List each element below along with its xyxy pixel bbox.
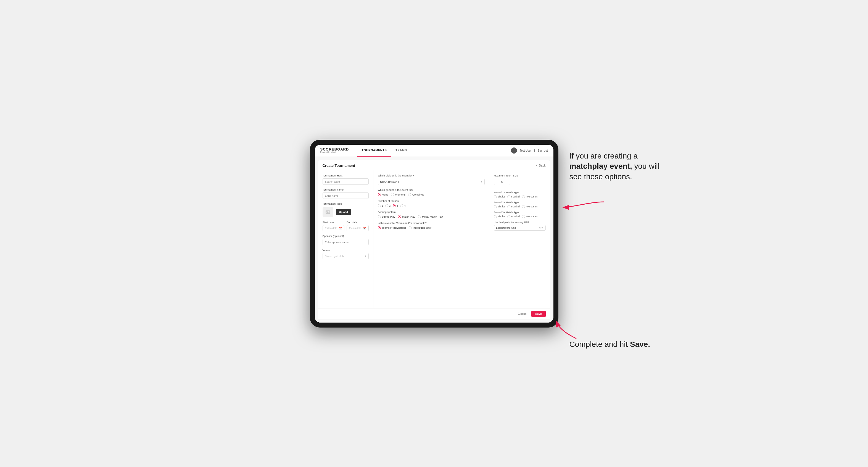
- teams-group: Is this event for Teams and/or Individua…: [378, 221, 485, 229]
- scoring-stroke[interactable]: Stroke Play: [378, 215, 396, 218]
- form-header: Create Tournament ‹ Back: [318, 160, 550, 170]
- tournament-name-input[interactable]: [322, 192, 369, 199]
- radio-r1-fourball: [507, 195, 510, 198]
- round1-singles[interactable]: Singles: [494, 195, 505, 198]
- round2-fourball[interactable]: Fourball: [507, 205, 520, 208]
- tablet-screen: SCOREBOARD Powered by clippit TOURNAMENT…: [315, 145, 553, 322]
- max-size-group: Maximum Team Size: [494, 174, 546, 188]
- tab-teams[interactable]: TEAMS: [391, 145, 411, 157]
- col-left: Tournament Host Tournament name Tourname…: [318, 170, 373, 308]
- col-middle: Which division is the event for? NCAA Di…: [373, 170, 489, 308]
- third-party-value: Leaderboard King: [496, 226, 516, 229]
- scoring-group: Scoring system Stroke Play Match Play: [378, 211, 485, 218]
- individuals-option[interactable]: Individuals Only: [409, 226, 431, 229]
- round2-foursomes[interactable]: Foursomes: [522, 205, 538, 208]
- logo-text: SCOREBOARD: [320, 148, 349, 151]
- scoring-radio-group: Stroke Play Match Play Medal Match Play: [378, 215, 485, 218]
- round3-foursomes[interactable]: Foursomes: [522, 215, 538, 218]
- tournament-host-label: Tournament Host: [322, 174, 369, 177]
- calendar-icon: 📅: [339, 227, 342, 229]
- radio-womens-circle: [391, 193, 394, 196]
- chevron-left-icon: ‹: [536, 164, 537, 167]
- radio-stroke-circle: [378, 215, 381, 218]
- third-party-input[interactable]: Leaderboard King ✕ ▾: [494, 225, 546, 230]
- user-name: Test User: [520, 149, 531, 152]
- round-4[interactable]: 4: [400, 204, 405, 207]
- end-date-label: End date: [347, 221, 369, 224]
- tournament-name-group: Tournament name: [322, 188, 369, 199]
- gender-radio-group: Mens Womens Combined: [378, 193, 485, 196]
- round-3[interactable]: 3: [393, 204, 398, 207]
- gender-label: Which gender is the event for?: [378, 188, 485, 191]
- app-header: SCOREBOARD Powered by clippit TOURNAMENT…: [315, 145, 553, 157]
- radio-r2-fourball: [507, 205, 510, 208]
- separator: |: [534, 149, 535, 152]
- header-right: Test User | Sign out: [511, 148, 548, 154]
- radio-r3-foursomes: [522, 215, 525, 218]
- round3-fourball[interactable]: Fourball: [507, 215, 520, 218]
- gender-womens[interactable]: Womens: [391, 193, 405, 196]
- arrow-save: [554, 319, 582, 341]
- round3-singles[interactable]: Singles: [494, 215, 505, 218]
- upload-button[interactable]: Upload: [336, 209, 351, 215]
- annotation-right: If you are creating a matchplay event, y…: [569, 151, 663, 182]
- round1-foursomes[interactable]: Foursomes: [522, 195, 538, 198]
- round1-match-section: Round 1 - Match Type Singles Fourball: [494, 191, 546, 198]
- gender-combined[interactable]: Combined: [408, 193, 424, 196]
- max-size-label: Maximum Team Size: [494, 174, 546, 177]
- end-date-input[interactable]: Pick a date 📅: [347, 225, 369, 231]
- annotation-bottom: Complete and hit Save.: [569, 339, 663, 350]
- radio-individuals-circle: [409, 226, 412, 229]
- tag-close-icon[interactable]: ✕ ▾: [539, 226, 543, 229]
- form-body: Tournament Host Tournament name Tourname…: [318, 170, 550, 308]
- scoring-medal[interactable]: Medal Match Play: [418, 215, 443, 218]
- radio-r3-circle: [393, 204, 396, 207]
- calendar-icon-end: 📅: [363, 227, 366, 229]
- radio-r2-singles: [494, 205, 497, 208]
- save-button[interactable]: Save: [531, 311, 546, 317]
- form-title: Create Tournament: [322, 163, 355, 168]
- teams-option[interactable]: Teams (+Individuals): [378, 226, 406, 229]
- round1-match-options: Singles Fourball Foursomes: [494, 195, 546, 198]
- rounds-group: Number of rounds 1 2: [378, 199, 485, 207]
- round-2[interactable]: 2: [385, 204, 391, 207]
- sign-out-link[interactable]: Sign out: [538, 149, 548, 152]
- main-content: Create Tournament ‹ Back Tournament Host: [315, 157, 553, 322]
- tournament-host-input[interactable]: [322, 178, 369, 185]
- round2-singles[interactable]: Singles: [494, 205, 505, 208]
- division-group: Which division is the event for? NCAA Di…: [378, 174, 485, 185]
- round1-fourball[interactable]: Fourball: [507, 195, 520, 198]
- sponsor-group: Sponsor (optional): [322, 235, 369, 245]
- round3-match-label: Round 3 - Match Type: [494, 211, 546, 214]
- sponsor-input[interactable]: [322, 239, 369, 245]
- radio-medal-circle: [418, 215, 421, 218]
- tournament-logo-group: Tournament logo: [322, 202, 369, 217]
- division-select[interactable]: NCAA Division I ▾: [378, 179, 485, 185]
- teams-radio-group: Teams (+Individuals) Individuals Only: [378, 226, 485, 229]
- gender-group: Which gender is the event for? Mens Wome…: [378, 188, 485, 196]
- radio-match-circle: [398, 215, 401, 218]
- tab-tournaments[interactable]: TOURNAMENTS: [357, 145, 391, 157]
- venue-select[interactable]: Search golf club ▾: [322, 253, 369, 259]
- radio-r1-circle: [378, 204, 381, 207]
- back-button[interactable]: ‹ Back: [536, 164, 546, 167]
- start-date-label: Start date: [322, 221, 345, 224]
- cancel-button[interactable]: Cancel: [515, 311, 529, 317]
- start-date-input[interactable]: Pick a date 📅: [322, 225, 345, 231]
- radio-combined-circle: [408, 193, 411, 196]
- radio-r1-foursomes: [522, 195, 525, 198]
- round2-match-section: Round 2 - Match Type Singles Fourball: [494, 201, 546, 208]
- third-party-label: Use third-party live scoring API?: [494, 221, 546, 224]
- round3-match-section: Round 3 - Match Type Singles Fourball: [494, 211, 546, 218]
- third-party-section: Use third-party live scoring API? Leader…: [494, 221, 546, 230]
- division-label: Which division is the event for?: [378, 174, 485, 177]
- division-chevron-icon: ▾: [481, 180, 482, 183]
- tournament-name-label: Tournament name: [322, 188, 369, 191]
- round-1[interactable]: 1: [378, 204, 383, 207]
- radio-r3-singles: [494, 215, 497, 218]
- tournament-logo-label: Tournament logo: [322, 202, 369, 205]
- rounds-radio-group: 1 2 3: [378, 204, 485, 207]
- gender-mens[interactable]: Mens: [378, 193, 388, 196]
- scoring-match[interactable]: Match Play: [398, 215, 415, 218]
- max-size-input[interactable]: [494, 179, 510, 185]
